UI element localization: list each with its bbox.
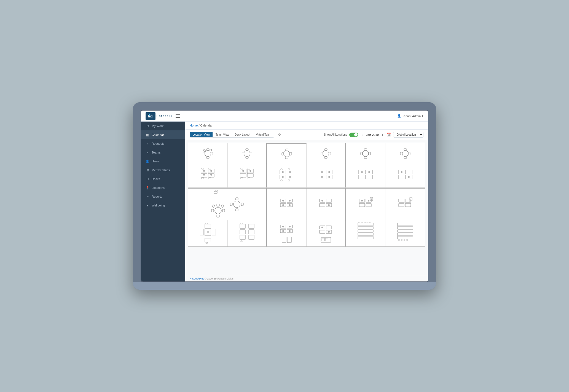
svg-rect-183: [398, 233, 413, 236]
svg-rect-17: [285, 157, 288, 159]
svg-rect-138: [205, 238, 211, 242]
floor-cell-r3c5: [346, 189, 385, 220]
svg-rect-101: [235, 209, 238, 211]
tab-team-view[interactable]: Team View: [213, 132, 232, 137]
svg-rect-96: [222, 209, 225, 212]
svg-rect-180: [398, 223, 413, 226]
sidebar-item-locations[interactable]: 📍 Locations: [141, 183, 185, 192]
svg-point-44: [210, 170, 212, 172]
logo: hid HOTDESK+: [146, 112, 172, 120]
breadcrumb-home[interactable]: Home: [190, 124, 198, 127]
prev-month-button[interactable]: ‹: [360, 132, 364, 137]
svg-rect-182: [398, 230, 413, 232]
svg-point-46: [210, 174, 212, 176]
svg-rect-143: [240, 224, 245, 229]
footer: HotDeskPlus © 2019 Brickendon Digital: [185, 276, 428, 281]
svg-point-15: [284, 151, 290, 157]
floor-cell-r1c3: [267, 143, 307, 164]
svg-rect-162: [326, 226, 332, 229]
svg-rect-79: [359, 175, 365, 179]
floor-cell-r2c5: [346, 164, 385, 187]
desk-cluster-svg-r2c2: [239, 168, 255, 184]
desk-svg-r1c1: [201, 146, 215, 161]
svg-point-75: [321, 176, 323, 178]
refresh-button[interactable]: ⟳: [277, 132, 283, 137]
sidebar-item-wellbeing[interactable]: ♥ Wellbeing: [141, 201, 185, 210]
svg-rect-145: [240, 235, 245, 240]
sidebar-item-desks[interactable]: ⊡ Desks: [141, 174, 185, 183]
svg-point-87: [401, 171, 402, 173]
user-dropdown-icon[interactable]: ▾: [422, 114, 423, 118]
locations-icon: 📍: [146, 186, 149, 190]
svg-rect-170: [358, 223, 373, 226]
view-tabs: Location View Team View Desk Layout Virt…: [190, 132, 274, 138]
svg-rect-64: [288, 180, 290, 181]
svg-rect-26: [364, 149, 367, 151]
date-picker-icon[interactable]: 📅: [387, 133, 391, 137]
small-desk-r3-1: [212, 190, 224, 201]
show-all-toggle[interactable]: [349, 133, 358, 137]
breadcrumb: Home / Calendar: [185, 122, 428, 130]
svg-rect-184: [398, 236, 413, 239]
sidebar-item-requests[interactable]: ✓ Requests: [141, 139, 185, 148]
tab-location-view[interactable]: Location View: [190, 132, 213, 137]
svg-rect-95: [211, 209, 214, 212]
svg-rect-150: [249, 235, 254, 240]
next-month-button[interactable]: ›: [381, 132, 384, 137]
svg-rect-27: [364, 157, 367, 159]
svg-point-73: [321, 171, 323, 173]
svg-point-68: [289, 176, 291, 178]
svg-rect-22: [324, 157, 327, 159]
tab-desk-layout[interactable]: Desk Layout: [232, 132, 253, 137]
my-work-icon: ⊟: [146, 124, 149, 128]
desk-r3c5: [358, 197, 373, 212]
svg-point-88: [408, 176, 410, 178]
svg-rect-175: [358, 222, 360, 223]
svg-rect-147: [241, 241, 242, 242]
footer-brand-link[interactable]: HotDeskPlus: [190, 277, 204, 280]
svg-rect-97: [212, 205, 215, 208]
hamburger-menu[interactable]: [176, 114, 180, 118]
floor-cell-r1c5: [346, 143, 385, 164]
svg-rect-172: [358, 230, 373, 232]
floor-cell-r3c4: [307, 189, 346, 220]
svg-rect-173: [358, 233, 373, 236]
svg-point-67: [282, 176, 284, 178]
svg-rect-23: [321, 152, 323, 155]
sidebar-item-calendar[interactable]: ▦ Calendar: [141, 130, 185, 139]
sidebar-item-my-work[interactable]: ⊟ My Work: [141, 122, 185, 130]
calendar-icon: ▦: [146, 133, 149, 137]
desk-cluster-svg-r2c4: [318, 168, 334, 184]
svg-point-82: [368, 171, 370, 173]
breadcrumb-separator: /: [198, 124, 199, 127]
svg-rect-148: [249, 224, 254, 229]
desk-svg-r1c3: [280, 147, 294, 161]
sidebar-label-requests: Requests: [152, 142, 164, 145]
floor-cell-r2c4: [307, 164, 346, 187]
memberships-icon: ⊞: [146, 168, 149, 172]
sidebar-label-locations: Locations: [152, 186, 165, 189]
svg-rect-98: [221, 205, 224, 208]
desk-svg-r1c5: [358, 146, 373, 161]
sidebar-item-memberships[interactable]: ⊞ Memberships: [141, 166, 185, 174]
sidebar-label-wellbeing: Wellbeing: [152, 204, 165, 207]
sidebar-item-reports[interactable]: ∿ Reports: [141, 192, 185, 201]
svg-rect-90: [214, 190, 215, 191]
svg-point-158: [289, 230, 291, 232]
tab-virtual-team[interactable]: Virtual Team: [253, 132, 274, 137]
sidebar-item-teams[interactable]: ≡ Teams: [141, 148, 185, 157]
svg-rect-114: [320, 203, 325, 207]
svg-point-3: [205, 151, 211, 157]
sidebar-label-teams: Teams: [152, 151, 160, 154]
sidebar-label-desks: Desks: [152, 177, 160, 181]
sidebar-item-users[interactable]: 👤 Users: [141, 157, 185, 166]
svg-rect-21: [324, 149, 327, 151]
date-label: Jan 2019: [366, 133, 379, 136]
svg-rect-24: [329, 152, 331, 155]
svg-point-157: [282, 230, 284, 232]
svg-rect-54: [248, 178, 250, 179]
location-select[interactable]: Global Location London New York Singapor…: [393, 132, 423, 138]
svg-line-134: [410, 201, 410, 206]
desk-cluster-svg-r2c3: [279, 168, 295, 184]
svg-rect-94: [217, 215, 219, 217]
